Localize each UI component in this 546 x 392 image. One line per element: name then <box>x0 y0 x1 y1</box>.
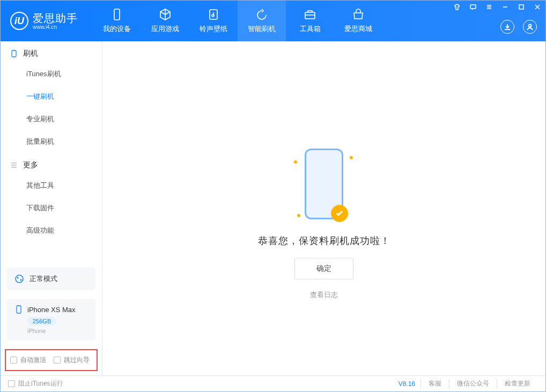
success-illustration <box>292 149 356 224</box>
mode-card[interactable]: 正常模式 <box>7 268 95 290</box>
tab-label: 我的设备 <box>103 24 131 34</box>
main-tabs: 我的设备 应用游戏 铃声壁纸 智能刷机 工具箱 爱思商城 <box>93 1 382 41</box>
sidebar: 刷机 iTunes刷机 一键刷机 专业刷机 批量刷机 更多 其他工具 下载固件 … <box>1 41 102 375</box>
svg-rect-11 <box>17 306 21 313</box>
sidebar-item-oneclick[interactable]: 一键刷机 <box>1 85 102 108</box>
phone-outline-icon <box>305 149 343 219</box>
app-title: 爱思助手 <box>33 12 78 24</box>
header-actions <box>500 20 537 34</box>
app-subtitle: www.i4.cn <box>33 24 78 30</box>
main-content: 恭喜您，保资料刷机成功啦！ 确定 查看日志 <box>102 41 545 375</box>
download-button[interactable] <box>500 20 514 34</box>
footer-link-update[interactable]: 检查更新 <box>497 379 538 388</box>
section-title: 更多 <box>23 160 38 170</box>
checkbox-label: 自动激活 <box>20 356 46 365</box>
svg-point-6 <box>529 25 532 27</box>
view-log-link[interactable]: 查看日志 <box>310 290 338 300</box>
footer-right: V8.16 客服 微信公众号 检查更新 <box>399 379 538 388</box>
sparkle-icon <box>294 160 297 164</box>
tab-store[interactable]: 爱思商城 <box>334 1 382 41</box>
success-panel: 恭喜您，保资料刷机成功啦！ 确定 查看日志 <box>102 149 545 300</box>
tab-ringtones[interactable]: 铃声壁纸 <box>189 1 238 41</box>
checkbox-skip-guide[interactable]: 跳过向导 <box>54 356 90 365</box>
tab-label: 爱思商城 <box>344 24 372 34</box>
close-button[interactable] <box>529 1 545 13</box>
sidebar-item-firmware[interactable]: 下载固件 <box>1 197 102 219</box>
svg-rect-5 <box>519 5 523 9</box>
section-title: 刷机 <box>23 49 38 58</box>
device-card[interactable]: iPhone XS Max 256GB iPhone <box>7 299 95 341</box>
svg-point-8 <box>16 275 23 283</box>
tab-smart-flash[interactable]: 智能刷机 <box>238 1 286 41</box>
window-controls <box>449 1 545 13</box>
logo-icon: iU <box>10 12 28 30</box>
sparkle-icon <box>350 156 353 159</box>
sidebar-spacer <box>1 242 102 263</box>
sparkle-icon <box>297 214 300 217</box>
app-logo: iU 爱思助手 www.i4.cn <box>1 1 87 41</box>
version-label: V8.16 <box>399 380 415 388</box>
logo-text: 爱思助手 www.i4.cn <box>33 12 78 30</box>
maximize-button[interactable] <box>513 1 529 13</box>
tab-label: 应用游戏 <box>151 24 179 34</box>
sidebar-section-flash: 刷机 <box>1 41 102 63</box>
device-storage: 256GB <box>27 317 56 326</box>
sidebar-item-other[interactable]: 其他工具 <box>1 174 102 197</box>
checkbox-icon <box>10 357 17 364</box>
checkbox-icon <box>8 380 15 387</box>
toolbox-icon <box>304 8 316 21</box>
user-button[interactable] <box>523 20 537 34</box>
checkbox-auto-activate[interactable]: 自动激活 <box>10 356 46 365</box>
status-bar: 阻止iTunes运行 V8.16 客服 微信公众号 检查更新 <box>1 375 545 391</box>
sidebar-item-batch[interactable]: 批量刷机 <box>1 130 102 153</box>
device-name: iPhone XS Max <box>27 306 76 314</box>
skin-button[interactable] <box>449 1 465 13</box>
ok-button[interactable]: 确定 <box>294 258 353 279</box>
music-icon <box>207 8 220 21</box>
svg-rect-7 <box>12 50 16 57</box>
tab-label: 工具箱 <box>300 24 321 34</box>
sidebar-section-more: 更多 <box>1 153 102 174</box>
minimize-button[interactable] <box>497 1 513 13</box>
checkbox-label: 跳过向导 <box>64 356 90 365</box>
checkbox-block-itunes[interactable]: 阻止iTunes运行 <box>8 379 63 388</box>
device-type: iPhone <box>27 328 88 334</box>
sidebar-item-advanced[interactable]: 高级功能 <box>1 219 102 242</box>
footer-link-support[interactable]: 客服 <box>420 379 449 388</box>
checkbox-icon <box>54 357 61 364</box>
svg-point-2 <box>212 14 214 17</box>
tab-toolbox[interactable]: 工具箱 <box>286 1 334 41</box>
refresh-icon <box>255 8 268 21</box>
tab-label: 智能刷机 <box>248 24 276 34</box>
svg-point-10 <box>20 279 22 281</box>
tab-my-device[interactable]: 我的设备 <box>93 1 141 41</box>
svg-point-9 <box>17 277 19 279</box>
svg-rect-3 <box>305 12 315 19</box>
device-icon <box>14 305 23 314</box>
app-header: iU 爱思助手 www.i4.cn 我的设备 应用游戏 铃声壁纸 智能刷机 工具… <box>1 1 545 41</box>
checkbox-label: 阻止iTunes运行 <box>18 379 63 388</box>
mode-label: 正常模式 <box>29 274 57 284</box>
tab-label: 铃声壁纸 <box>200 24 227 34</box>
sidebar-item-itunes[interactable]: iTunes刷机 <box>1 63 102 85</box>
device-icon <box>110 8 123 21</box>
svg-rect-0 <box>114 9 120 20</box>
tab-apps-games[interactable]: 应用游戏 <box>141 1 189 41</box>
mode-icon <box>14 274 24 284</box>
list-icon <box>10 161 18 169</box>
store-icon <box>352 8 365 21</box>
bottom-options: 自动激活 跳过向导 <box>5 349 98 371</box>
success-message: 恭喜您，保资料刷机成功啦！ <box>258 234 390 247</box>
phone-icon <box>10 50 18 57</box>
footer-link-wechat[interactable]: 微信公众号 <box>449 379 497 388</box>
sidebar-item-pro[interactable]: 专业刷机 <box>1 108 102 130</box>
cube-icon <box>159 8 172 21</box>
feedback-button[interactable] <box>465 1 481 13</box>
svg-rect-4 <box>470 5 476 9</box>
app-body: 刷机 iTunes刷机 一键刷机 专业刷机 批量刷机 更多 其他工具 下载固件 … <box>1 41 545 375</box>
check-badge-icon <box>331 205 348 222</box>
menu-button[interactable] <box>481 1 497 13</box>
